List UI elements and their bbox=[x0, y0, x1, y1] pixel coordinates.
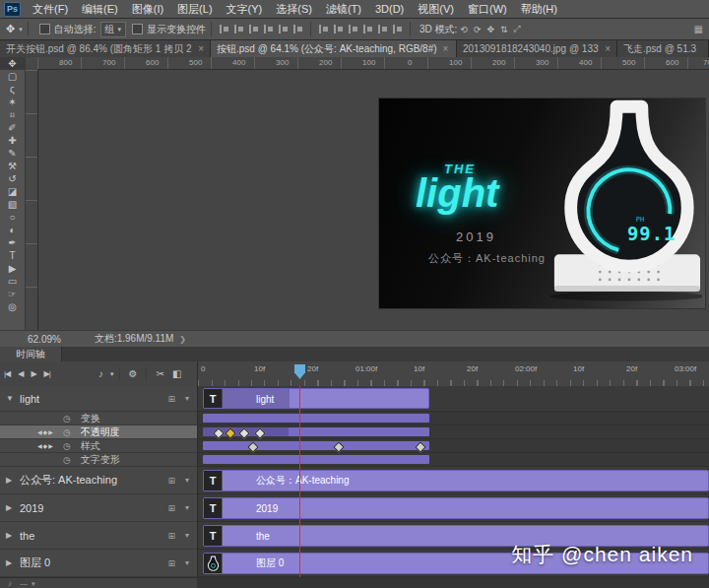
menu-item[interactable]: 文件(F) bbox=[26, 0, 75, 18]
tab-timeline[interactable]: 时间轴 bbox=[0, 347, 62, 361]
tool-crop[interactable]: ⌗ bbox=[0, 108, 25, 121]
tool-quick-selection[interactable]: ✶ bbox=[0, 96, 25, 108]
3d-scale-icon[interactable]: ⤢ bbox=[514, 24, 521, 34]
menu-item[interactable]: 3D(D) bbox=[368, 0, 411, 18]
timeline-ruler[interactable]: 010f20f01:00f10f20f02:00f10f20f03:00f bbox=[197, 361, 709, 387]
align-bottom-edges-icon[interactable] bbox=[292, 24, 303, 34]
distribute-vertical-centers-icon[interactable] bbox=[333, 24, 344, 34]
chevron-right-icon[interactable]: ▶ bbox=[6, 503, 16, 512]
tool-eyedropper[interactable]: ✐ bbox=[0, 121, 25, 134]
tool-hand[interactable]: ☞ bbox=[0, 288, 25, 300]
canvas-area[interactable]: THE light 2019 公众号：AK-teaching PH 99.1 bbox=[38, 70, 709, 330]
close-icon[interactable]: × bbox=[198, 40, 204, 57]
document-tab-active[interactable]: 按钮.psd @ 64.1% (公众号: AK-teaching, RGB/8#… bbox=[211, 40, 457, 57]
chevron-right-icon[interactable]: ▶ bbox=[6, 558, 16, 567]
menu-item[interactable]: 选择(S) bbox=[269, 0, 319, 18]
property-row-transform[interactable]: ◷ 变换 bbox=[0, 412, 197, 425]
align-horizontal-centers-icon[interactable] bbox=[233, 24, 244, 34]
tool-gradient[interactable]: ▧ bbox=[0, 198, 25, 211]
show-transform-checkbox[interactable] bbox=[132, 24, 143, 34]
chevron-down-icon[interactable]: ▾ bbox=[32, 580, 35, 588]
menu-item[interactable]: 窗口(W) bbox=[461, 0, 514, 18]
split-at-playhead-icon[interactable]: ✂ bbox=[152, 368, 167, 379]
timeline-clip-2019[interactable]: T 2019 bbox=[203, 497, 709, 519]
timeline-settings-gear-icon[interactable]: ⚙ bbox=[125, 368, 142, 379]
document-tab[interactable]: 开关按钮.psd @ 86.4% (圆角矩形 1 拷贝 2, 图层蒙版/8) × bbox=[0, 40, 211, 57]
chevron-down-icon[interactable]: ▾ bbox=[185, 476, 189, 485]
tool-shape[interactable]: ▭ bbox=[0, 275, 25, 288]
go-to-first-frame-button[interactable]: |◀ bbox=[0, 369, 14, 378]
tool-clone-stamp[interactable]: ⚒ bbox=[0, 160, 25, 172]
chevron-down-icon[interactable]: ▼ bbox=[6, 394, 16, 403]
3d-roll-icon[interactable]: ⟳ bbox=[474, 25, 482, 34]
auto-select-checkbox[interactable] bbox=[39, 24, 50, 34]
next-frame-button[interactable]: ▶| bbox=[40, 369, 54, 378]
menu-item[interactable]: 图像(I) bbox=[125, 0, 170, 18]
tool-pen[interactable]: ✒ bbox=[0, 236, 25, 249]
audio-icon[interactable]: ♪ bbox=[8, 579, 12, 588]
tool-type[interactable]: T bbox=[0, 249, 25, 262]
menu-item[interactable]: 帮助(H) bbox=[514, 0, 564, 18]
timeline-clip-account[interactable]: T 公众号：AK-teaching bbox=[203, 470, 709, 491]
chevron-right-icon[interactable]: ▶ bbox=[6, 476, 16, 485]
tool-lasso[interactable]: ς bbox=[0, 83, 25, 96]
distribute-horizontal-centers-icon[interactable] bbox=[377, 24, 388, 34]
workspace-panel-icon[interactable]: ▦ bbox=[694, 24, 703, 34]
play-button[interactable]: ▶ bbox=[27, 369, 39, 378]
timeline-layer-row-light[interactable]: ▼ light ⊞ ▾ bbox=[0, 386, 197, 412]
tool-blur[interactable]: ○ bbox=[0, 211, 25, 224]
distribute-bottom-edges-icon[interactable] bbox=[348, 24, 358, 34]
chevron-down-icon[interactable]: ▾ bbox=[185, 503, 189, 512]
chevron-down-icon[interactable]: ▾ bbox=[185, 394, 189, 403]
tool-history-brush[interactable]: ↺ bbox=[0, 172, 25, 185]
align-left-edges-icon[interactable] bbox=[219, 24, 229, 34]
align-vertical-centers-icon[interactable] bbox=[278, 24, 289, 34]
stopwatch-icon[interactable]: ◷ bbox=[63, 455, 71, 465]
chevron-right-icon[interactable]: ▶ bbox=[6, 531, 16, 540]
property-row-text-warp[interactable]: ◷ 文字变形 bbox=[0, 453, 197, 467]
zoom-level-field[interactable]: 62.09% bbox=[28, 334, 61, 345]
menu-item[interactable]: 滤镜(T) bbox=[319, 0, 368, 18]
clip-settings-icon[interactable]: ⊞ bbox=[167, 394, 175, 404]
tool-move[interactable]: ✥ bbox=[0, 57, 25, 70]
tool-zoom[interactable]: ◎ bbox=[0, 300, 25, 313]
tool-brush[interactable]: ✎ bbox=[0, 147, 25, 160]
tool-preset-caret-icon[interactable]: ▾ bbox=[19, 26, 23, 33]
stopwatch-icon[interactable]: ◷ bbox=[63, 427, 71, 437]
align-top-edges-icon[interactable] bbox=[263, 24, 274, 34]
clip-settings-icon[interactable]: ⊞ bbox=[167, 558, 175, 568]
transition-icon[interactable]: ◧ bbox=[168, 368, 185, 379]
horizontal-ruler[interactable]: 8007006005004003002001000100200300400500… bbox=[37, 57, 709, 70]
menu-item[interactable]: 图层(L) bbox=[170, 0, 219, 18]
document-tab[interactable]: 飞走.psd @ 51.3 bbox=[617, 40, 709, 57]
clip-settings-icon[interactable]: ⊞ bbox=[167, 503, 175, 513]
tool-eraser[interactable]: ◪ bbox=[0, 185, 25, 198]
3d-slide-icon[interactable]: ⇅ bbox=[500, 25, 508, 34]
auto-select-dropdown[interactable]: 组 ▾ bbox=[100, 22, 127, 37]
tool-rectangular-marquee[interactable]: ▢ bbox=[0, 70, 25, 83]
menu-item[interactable]: 视图(V) bbox=[411, 0, 461, 18]
stopwatch-icon[interactable]: ◷ bbox=[63, 441, 71, 451]
property-row-opacity-selected[interactable]: ◀◆▶ ◷ 不透明度 bbox=[0, 425, 197, 439]
audio-slider-icon[interactable]: — bbox=[20, 579, 28, 588]
chevron-down-icon[interactable]: ▾ bbox=[110, 370, 114, 378]
menu-item[interactable]: 文字(Y) bbox=[220, 0, 270, 18]
3d-rotate-icon[interactable]: ⟲ bbox=[460, 25, 468, 34]
clip-settings-icon[interactable]: ⊞ bbox=[167, 476, 175, 486]
status-expand-icon[interactable]: ❯ bbox=[179, 335, 186, 344]
close-icon[interactable]: × bbox=[605, 40, 611, 57]
timeline-layer-row-account[interactable]: ▶ 公众号: AK-teaching ⊞ ▾ bbox=[0, 467, 197, 494]
3d-pan-icon[interactable]: ✥ bbox=[486, 25, 494, 34]
vertical-ruler[interactable] bbox=[26, 70, 38, 330]
tool-healing-brush[interactable]: ✚ bbox=[0, 134, 25, 147]
distribute-right-edges-icon[interactable] bbox=[392, 24, 403, 34]
keyframe-navigator[interactable]: ◀◆▶ bbox=[37, 428, 63, 435]
property-row-style[interactable]: ◀◆▶ ◷ 样式 bbox=[0, 439, 197, 453]
clip-settings-icon[interactable]: ⊞ bbox=[167, 531, 175, 541]
chevron-down-icon[interactable]: ▾ bbox=[185, 531, 189, 540]
close-icon[interactable]: × bbox=[443, 40, 449, 57]
menu-item[interactable]: 编辑(E) bbox=[75, 0, 125, 18]
distribute-top-edges-icon[interactable] bbox=[318, 24, 329, 34]
stopwatch-icon[interactable]: ◷ bbox=[63, 414, 71, 424]
audio-mute-icon[interactable]: ♪ bbox=[95, 368, 107, 379]
